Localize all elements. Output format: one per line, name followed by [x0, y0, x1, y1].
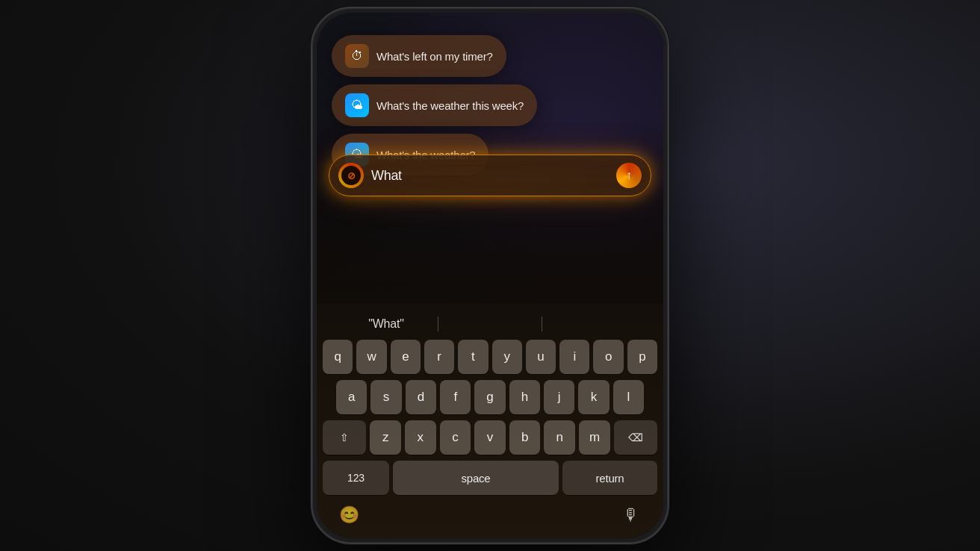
key-l[interactable]: l: [613, 380, 644, 414]
key-p[interactable]: p: [627, 340, 657, 374]
key-row-4: 123 space return: [323, 461, 657, 495]
key-f[interactable]: f: [440, 380, 471, 414]
emoji-icon[interactable]: 😊: [335, 501, 363, 529]
weather-week-icon: 🌤: [345, 93, 369, 117]
phone-screen: ⏱ What's left on my timer? 🌤 What's the …: [317, 13, 663, 538]
predictive-bar: "What": [323, 308, 657, 340]
key-j[interactable]: j: [544, 380, 574, 414]
key-s[interactable]: s: [370, 380, 401, 414]
suggestion-weather-week-text: What's the weather this week?: [376, 99, 524, 112]
predictive-word-3[interactable]: [542, 321, 645, 327]
key-c[interactable]: c: [440, 420, 471, 455]
key-row-1: q w e r t y u i o p: [323, 340, 657, 374]
key-m[interactable]: m: [579, 420, 610, 455]
suggestion-timer-text: What's left on my timer?: [376, 50, 493, 63]
key-b[interactable]: b: [509, 420, 541, 455]
key-row-3: ⇧ z x c v b n m ⌫: [323, 420, 657, 455]
key-row-2: a s d f g h j k l: [323, 380, 657, 414]
phone-frame: ⏱ What's left on my timer? 🌤 What's the …: [311, 7, 669, 544]
siri-x-mark: ⊘: [347, 170, 356, 181]
siri-text-input[interactable]: What: [371, 168, 609, 184]
key-k[interactable]: k: [578, 380, 609, 414]
key-o[interactable]: o: [593, 340, 623, 374]
suggestion-timer[interactable]: ⏱ What's left on my timer?: [332, 35, 506, 77]
key-x[interactable]: x: [405, 420, 436, 455]
key-u[interactable]: u: [526, 340, 556, 374]
siri-send-button[interactable]: [616, 163, 642, 188]
key-r[interactable]: r: [424, 340, 454, 374]
key-g[interactable]: g: [474, 380, 505, 414]
key-n[interactable]: n: [544, 420, 575, 455]
predictive-word-2[interactable]: [438, 321, 542, 327]
siri-left-icon: ⊘: [338, 163, 364, 188]
key-space[interactable]: space: [393, 461, 559, 495]
predictive-word-1[interactable]: "What": [335, 314, 438, 334]
key-e[interactable]: e: [391, 340, 421, 374]
key-shift[interactable]: ⇧: [323, 420, 366, 455]
keyboard-area: "What" q w e r t y u: [317, 304, 663, 538]
key-y[interactable]: y: [492, 340, 522, 374]
key-a[interactable]: a: [336, 380, 367, 414]
timer-icon: ⏱: [345, 44, 369, 68]
siri-section: ⊘ What: [317, 155, 663, 196]
key-q[interactable]: q: [323, 340, 353, 374]
keyboard-rows: q w e r t y u i o p a s: [323, 340, 657, 495]
key-d[interactable]: d: [406, 380, 436, 414]
suggestion-weather-week[interactable]: 🌤 What's the weather this week?: [332, 84, 537, 126]
key-delete[interactable]: ⌫: [614, 420, 657, 455]
mic-icon[interactable]: 🎙: [617, 501, 645, 529]
key-h[interactable]: h: [509, 380, 540, 414]
siri-icon-inner: ⊘: [341, 166, 361, 185]
screen-content: ⏱ What's left on my timer? 🌤 What's the …: [317, 13, 663, 538]
key-t[interactable]: t: [458, 340, 488, 374]
key-z[interactable]: z: [370, 420, 401, 455]
key-v[interactable]: v: [474, 420, 506, 455]
key-return[interactable]: return: [562, 461, 657, 495]
bottom-bar: 😊 🎙: [323, 495, 657, 532]
siri-input-bar[interactable]: ⊘ What: [329, 155, 651, 196]
key-w[interactable]: w: [356, 340, 386, 374]
key-123[interactable]: 123: [323, 461, 389, 495]
key-i[interactable]: i: [559, 340, 589, 374]
